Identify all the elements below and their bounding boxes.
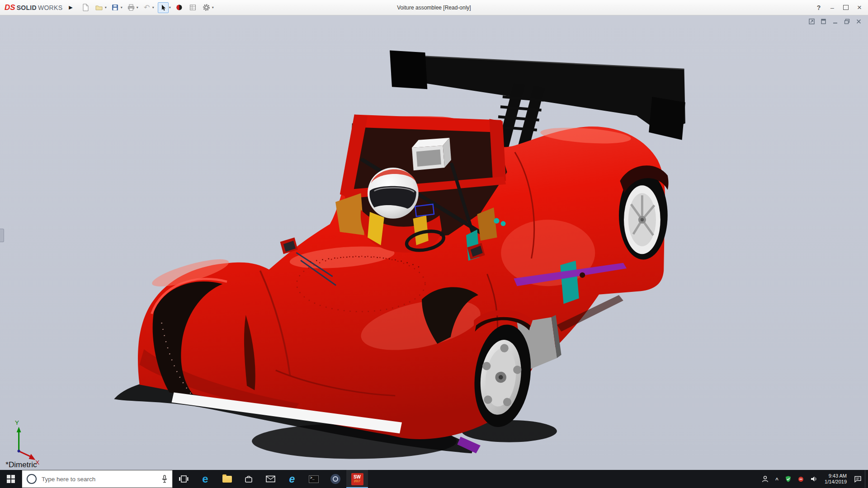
maximize-icon: [843, 5, 849, 10]
action-center-icon: [854, 475, 862, 483]
rear-right-wheel: [619, 165, 669, 259]
generic-app-icon: [330, 474, 340, 484]
open-dropdown-caret-icon[interactable]: ▾: [105, 5, 107, 9]
sphere-icon[interactable]: [175, 3, 184, 13]
taskbar-clock[interactable]: 9:43 AM 1/14/2019: [821, 473, 851, 485]
wing-left-endplate: [390, 50, 427, 89]
new-document-tool[interactable]: [81, 3, 91, 13]
axis-y-label: Y: [15, 419, 19, 426]
settings-dropdown-caret-icon[interactable]: ▾: [212, 5, 214, 9]
open-folder-icon[interactable]: [94, 3, 104, 13]
help-button[interactable]: ?: [812, 2, 826, 14]
command-prompt-icon: >_: [309, 475, 319, 483]
windows-logo-icon: [7, 475, 15, 483]
file-explorer-icon: [222, 476, 232, 483]
print-tool[interactable]: ▾: [126, 3, 138, 13]
new-window-icon[interactable]: [808, 18, 815, 24]
new-document-icon[interactable]: [81, 3, 91, 13]
mail-button[interactable]: [259, 470, 281, 488]
show-desktop-button[interactable]: [865, 470, 868, 488]
wing-right-endplate: [649, 97, 685, 140]
undo-tool[interactable]: ↶ ▾: [142, 3, 154, 13]
fuel-cap: [580, 272, 585, 278]
document-window-controls: [808, 18, 862, 24]
printer-icon[interactable]: [126, 3, 136, 13]
solidworks-window: { "window": { "title": "Voiture assomble…: [0, 0, 868, 488]
store-button[interactable]: [238, 470, 259, 488]
notification-tray-button[interactable]: [795, 470, 807, 488]
maximize-button[interactable]: [839, 2, 853, 14]
select-tool[interactable]: ▾: [158, 2, 171, 13]
settings-tool[interactable]: ▾: [202, 3, 214, 13]
teal-side-panel: [560, 261, 579, 304]
intake-box: [412, 138, 451, 170]
tray-expand-button[interactable]: ^: [772, 471, 782, 488]
select-cursor-icon[interactable]: [158, 2, 169, 13]
undo-icon[interactable]: ↶: [142, 3, 152, 13]
person-icon: [761, 475, 769, 483]
volume-button[interactable]: [807, 470, 821, 488]
generic-app-button[interactable]: [325, 470, 346, 488]
task-view-button[interactable]: [173, 470, 194, 488]
sheet-grid-icon[interactable]: [188, 3, 198, 13]
brand-works-text: WORKS: [38, 4, 62, 11]
save-tool[interactable]: ▾: [110, 3, 123, 13]
close-button[interactable]: ×: [853, 2, 866, 14]
solidworks-taskbar-button[interactable]: SW 2017: [346, 470, 368, 488]
window-controls: ? – ×: [812, 2, 868, 14]
clock-date: 1/14/2019: [825, 479, 847, 485]
graphics-area[interactable]: Y X *Dimetric: [0, 15, 868, 470]
red-status-icon: [798, 476, 804, 482]
file-explorer-button[interactable]: [216, 470, 238, 488]
internet-explorer-button[interactable]: e: [281, 470, 303, 488]
people-button[interactable]: [758, 470, 772, 488]
system-tray: ^ 9:43 AM 1/14/2019: [758, 470, 868, 488]
clock-time: 9:43 AM: [829, 473, 847, 479]
windows-taskbar: e e >_ SW 2017 ^ 9: [0, 470, 868, 488]
pin-window-icon[interactable]: [820, 18, 826, 24]
sheet-tool[interactable]: [188, 3, 198, 13]
security-tray-button[interactable]: [782, 470, 795, 488]
command-prompt-button[interactable]: >_: [303, 470, 325, 488]
doc-minimize-icon[interactable]: [832, 18, 838, 24]
task-view-icon: [179, 475, 189, 483]
save-floppy-icon[interactable]: [110, 3, 120, 13]
action-center-button[interactable]: [851, 470, 865, 488]
doc-close-icon[interactable]: [855, 18, 862, 24]
store-bag-icon: [244, 474, 253, 483]
cortana-icon[interactable]: [27, 474, 37, 484]
ds-logo-mark: DS: [5, 3, 15, 12]
panel-splitter-handle[interactable]: [0, 229, 4, 242]
solidworks-logo: DS SOLIDWORKS: [0, 3, 65, 12]
undo-dropdown-caret-icon[interactable]: ▾: [152, 5, 154, 9]
menu-expand-arrow-icon[interactable]: ▶: [69, 5, 72, 10]
microphone-icon[interactable]: [161, 475, 168, 483]
search-input[interactable]: [41, 475, 161, 483]
print-dropdown-caret-icon[interactable]: ▾: [137, 5, 138, 9]
edge-browser-button[interactable]: e: [194, 470, 216, 488]
save-dropdown-caret-icon[interactable]: ▾: [121, 5, 123, 9]
doc-restore-icon[interactable]: [844, 18, 850, 24]
select-dropdown-caret-icon[interactable]: ▾: [169, 5, 171, 9]
internet-explorer-icon: e: [289, 474, 295, 484]
title-bar: DS SOLIDWORKS ▶ ▾ ▾ ▾ ↶ ▾ ▾: [0, 0, 868, 15]
sphere-tool[interactable]: [175, 3, 184, 13]
edge-icon: e: [202, 474, 208, 484]
3d-viewport-canvas[interactable]: Y X *Dimetric: [0, 15, 868, 470]
brand-solid-text: SOLID: [17, 4, 37, 11]
speaker-icon: [810, 475, 817, 483]
gear-icon[interactable]: [202, 3, 212, 13]
minimize-button[interactable]: –: [826, 2, 839, 14]
open-document-tool[interactable]: ▾: [94, 3, 107, 13]
taskbar-search-box[interactable]: [22, 470, 173, 488]
shield-icon: [785, 475, 792, 483]
mail-icon: [266, 475, 275, 483]
document-title: Voiture assomblee [Read-only]: [397, 5, 471, 11]
start-button[interactable]: [0, 470, 22, 488]
view-orientation-label: *Dimetric: [5, 460, 37, 469]
solidworks-app-icon: SW 2017: [351, 473, 363, 485]
